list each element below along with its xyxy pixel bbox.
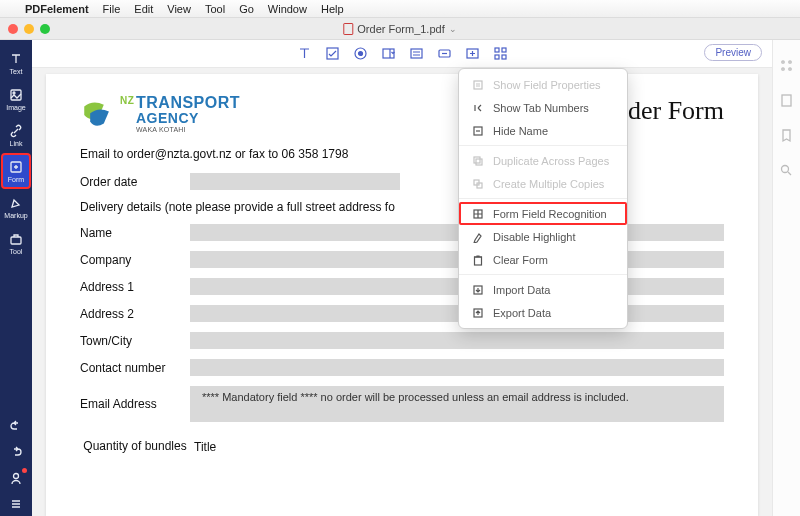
svg-rect-18	[474, 157, 480, 163]
combo-tool[interactable]	[379, 45, 397, 63]
button-icon	[437, 46, 452, 61]
sidebar-redo[interactable]	[2, 440, 30, 464]
button-tool[interactable]	[435, 45, 453, 63]
menu-help[interactable]: Help	[314, 3, 351, 15]
document-canvas[interactable]: NZ TRANSPORT AGENCY WAKA KOTAHI Order Fo…	[32, 68, 772, 516]
signature-icon	[465, 46, 480, 61]
svg-point-29	[789, 68, 791, 70]
notification-dot-icon	[22, 468, 27, 473]
mac-menubar: PDFelement File Edit View Tool Go Window…	[0, 0, 800, 18]
sidebar-label: Form	[8, 176, 24, 183]
address2-label: Address 2	[80, 307, 190, 321]
search-icon	[779, 163, 794, 178]
dd-label: Create Multiple Copies	[493, 178, 604, 190]
sidebar-label: Link	[10, 140, 23, 147]
minimize-window-button[interactable]	[24, 24, 34, 34]
menu-edit[interactable]: Edit	[127, 3, 160, 15]
document-title[interactable]: Order Form_1.pdf ⌄	[343, 23, 456, 35]
export-icon	[471, 306, 484, 319]
zoom-window-button[interactable]	[40, 24, 50, 34]
logo-line2: AGENCY	[120, 111, 240, 125]
sidebar-item-form[interactable]: Form	[2, 154, 30, 188]
menu-file[interactable]: File	[96, 3, 128, 15]
svg-rect-14	[495, 55, 499, 59]
right-panel-grid[interactable]	[779, 58, 794, 73]
radio-icon	[353, 46, 368, 61]
dd-show-tab-numbers[interactable]: Show Tab Numbers	[459, 96, 627, 119]
close-window-button[interactable]	[8, 24, 18, 34]
name-label: Name	[80, 226, 190, 240]
sidebar-item-text[interactable]: Text	[2, 46, 30, 80]
menu-go[interactable]: Go	[232, 3, 261, 15]
dd-hide-name[interactable]: Hide Name	[459, 119, 627, 142]
address1-field[interactable]	[190, 278, 724, 295]
sidebar-settings[interactable]	[2, 492, 30, 516]
order-date-label: Order date	[80, 175, 190, 189]
sidebar-item-link[interactable]: Link	[2, 118, 30, 152]
sidebar-label: Text	[10, 68, 23, 75]
svg-point-26	[782, 61, 784, 63]
sidebar-item-image[interactable]: Image	[2, 82, 30, 116]
signature-tool[interactable]	[463, 45, 481, 63]
more-tools[interactable]	[491, 45, 509, 63]
town-label: Town/City	[80, 334, 190, 348]
company-field[interactable]	[190, 251, 724, 268]
order-date-field[interactable]	[190, 173, 400, 190]
recognition-icon	[471, 207, 484, 220]
dd-form-field-recognition[interactable]: Form Field Recognition	[459, 202, 627, 225]
sidebar-undo[interactable]	[2, 414, 30, 438]
dd-label: Duplicate Across Pages	[493, 155, 609, 167]
window-titlebar: Order Form_1.pdf ⌄	[0, 18, 800, 40]
svg-rect-13	[502, 48, 506, 52]
left-sidebar: Text Image Link Form Markup Tool	[0, 40, 32, 516]
preview-button[interactable]: Preview	[704, 44, 762, 61]
main-area: Preview Show Field Properties Show Tab N…	[32, 40, 772, 516]
logo-line1: TRANSPORT	[120, 95, 240, 111]
contact-field[interactable]	[190, 359, 724, 376]
svg-rect-9	[411, 49, 422, 58]
right-panel-thumbnails[interactable]	[779, 93, 794, 108]
pdf-file-icon	[343, 23, 353, 35]
chevron-down-icon: ⌄	[449, 24, 457, 34]
right-panel-bookmarks[interactable]	[779, 128, 794, 143]
svg-rect-12	[495, 48, 499, 52]
dd-label: Disable Highlight	[493, 231, 576, 243]
svg-rect-5	[327, 48, 338, 59]
user-icon	[9, 471, 23, 485]
menu-icon	[9, 497, 23, 511]
clear-icon	[471, 253, 484, 266]
dd-disable-highlight[interactable]: Disable Highlight	[459, 225, 627, 248]
name-field[interactable]	[190, 224, 724, 241]
right-panel-search[interactable]	[779, 163, 794, 178]
menu-window[interactable]: Window	[261, 3, 314, 15]
dd-export-data[interactable]: Export Data	[459, 301, 627, 324]
sidebar-user[interactable]	[2, 466, 30, 490]
dd-show-field-properties: Show Field Properties	[459, 73, 627, 96]
dd-import-data[interactable]: Import Data	[459, 278, 627, 301]
menu-tool[interactable]: Tool	[198, 3, 232, 15]
svg-point-1	[13, 92, 15, 94]
text-field-icon	[297, 46, 312, 61]
text-field-tool[interactable]	[295, 45, 313, 63]
address2-field[interactable]	[190, 305, 724, 322]
logo-mark-icon	[80, 98, 114, 132]
qty-header: Quantity of bundles	[80, 440, 190, 454]
menu-view[interactable]: View	[160, 3, 198, 15]
form-more-dropdown: Show Field Properties Show Tab Numbers H…	[458, 68, 628, 329]
town-field[interactable]	[190, 332, 724, 349]
sidebar-item-tool[interactable]: Tool	[2, 226, 30, 260]
email-field[interactable]: **** Mandatory field **** no order will …	[190, 386, 724, 422]
checkbox-tool[interactable]	[323, 45, 341, 63]
dd-clear-form[interactable]: Clear Form	[459, 248, 627, 271]
pdf-page: NZ TRANSPORT AGENCY WAKA KOTAHI Order Fo…	[46, 74, 758, 516]
app-name[interactable]: PDFelement	[18, 3, 96, 15]
window-controls	[0, 24, 50, 34]
list-tool[interactable]	[407, 45, 425, 63]
undo-icon	[9, 419, 23, 433]
right-sidebar	[772, 40, 800, 516]
radio-tool[interactable]	[351, 45, 369, 63]
sidebar-item-markup[interactable]: Markup	[2, 190, 30, 224]
dd-label: Show Tab Numbers	[493, 102, 589, 114]
dd-label: Form Field Recognition	[493, 208, 607, 220]
bookmark-icon	[779, 128, 794, 143]
